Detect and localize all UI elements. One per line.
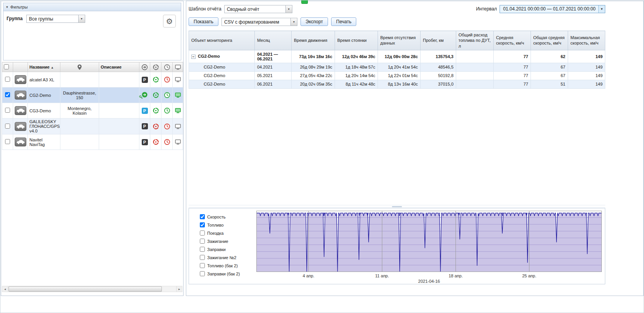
- vehicle-row[interactable]: alcatel A3 XL P: [2, 72, 183, 88]
- print-button[interactable]: Печать: [331, 17, 356, 26]
- vehicle-row[interactable]: CG2-Demo Dauphinestrasse, 150: [2, 88, 183, 103]
- horizontal-scrollbar[interactable]: ◄ ►: [2, 286, 182, 292]
- fuel-cell: [456, 71, 494, 80]
- vehicle-checkbox[interactable]: [5, 92, 10, 97]
- chart-x-tick: 4 апр.: [302, 273, 314, 278]
- vehicle-location: Dauphinestrasse, 150: [60, 88, 99, 103]
- month-cell: 06.2021: [255, 80, 292, 88]
- interval-field[interactable]: 01.04.2021 00:00:00 — 01.07.2021 00:00:0…: [500, 5, 605, 13]
- connection-state-icon: [153, 64, 159, 71]
- filters-body: Группа Все группы ▼ ⚙: [3, 11, 181, 60]
- horizontal-splitter[interactable]: [189, 205, 605, 208]
- template-label: Шаблон отчёта: [189, 6, 222, 12]
- moving-time-cell: 27д 05ч 43м 22с: [292, 71, 335, 80]
- panel-collapse-handle[interactable]: [301, 0, 308, 4]
- max-speed-cell: 149: [568, 71, 605, 80]
- show-button[interactable]: Показать: [189, 17, 218, 26]
- vehicle-location: Montenegro, Kolasin: [60, 103, 99, 119]
- vehicle-name: Navitel NaviTag: [28, 134, 60, 150]
- mileage-cell: 48546,5: [421, 63, 456, 71]
- vehicle-row[interactable]: GALILEOSKY ГЛОНАСС/GPS v4.0 P: [2, 119, 183, 134]
- legend-label: Топливо (бак 2): [207, 263, 238, 268]
- legend-item[interactable]: Скорость: [200, 213, 256, 221]
- clock-icon: [164, 64, 170, 71]
- offline-icon: [175, 76, 181, 83]
- parking-time-cell: 1д 20ч 14м 54с: [335, 71, 378, 80]
- overall-avg-speed-cell: 67: [531, 71, 568, 80]
- month-cell: 04.2021: [255, 63, 292, 71]
- moving-time-cell: 73д 16ч 18м 16с: [292, 50, 335, 63]
- collapse-expander-icon[interactable]: −: [191, 55, 196, 59]
- legend-checkbox[interactable]: [200, 222, 205, 227]
- legend-item[interactable]: Зажигание №2: [200, 253, 256, 261]
- group-select[interactable]: Все группы ▼: [26, 15, 85, 23]
- vehicle-description: [99, 134, 139, 150]
- vehicle-checkbox[interactable]: [5, 77, 10, 82]
- vehicle-row[interactable]: CG3-Demo Montenegro, Kolasin P: [2, 103, 183, 119]
- column-header: Пробег, км: [421, 31, 456, 50]
- vehicle-table-header-row: Название▲ Описание: [2, 62, 183, 72]
- vehicle-description: [99, 103, 139, 119]
- filters-header[interactable]: ▾ Фильтры: [3, 3, 181, 11]
- legend-item[interactable]: Заправки (бак 2): [200, 270, 256, 278]
- legend-checkbox[interactable]: [200, 214, 205, 219]
- legend-item[interactable]: Зажигание: [200, 237, 256, 245]
- chart-plot[interactable]: 4 апр.11 апр.18 апр.25 апр. 2021-04-16: [256, 208, 605, 284]
- scrollbar-thumb[interactable]: [9, 286, 162, 292]
- column-header: Месяц: [255, 31, 292, 50]
- collapse-arrow-icon: ▾: [6, 5, 8, 9]
- export-format-value: CSV с форматированием: [222, 18, 290, 26]
- data-age-ok-icon: [164, 107, 170, 114]
- legend-item[interactable]: Топливо: [200, 221, 256, 229]
- vehicle-name: alcatel A3 XL: [28, 72, 60, 88]
- filters-box: ▾ Фильтры Группа Все группы ▼ ⚙: [3, 3, 181, 60]
- template-select[interactable]: Сводный отчёт ▼: [224, 5, 292, 13]
- chevron-down-icon: ▼: [78, 15, 85, 22]
- select-all-checkbox[interactable]: [4, 64, 9, 69]
- avg-speed-cell: 77: [494, 71, 531, 80]
- scroll-left-button[interactable]: ◄: [2, 286, 8, 292]
- name-column-header[interactable]: Название▲: [28, 62, 60, 72]
- monitoring-app: ▾ Фильтры Группа Все группы ▼ ⚙: [0, 0, 644, 313]
- vehicle-checkbox[interactable]: [5, 124, 10, 129]
- legend-item[interactable]: Поездка: [200, 229, 256, 237]
- no-data-time-cell: 8д 13ч 16м 40с: [378, 80, 421, 88]
- location-pin-icon: [76, 64, 83, 71]
- legend-checkbox[interactable]: [200, 230, 205, 236]
- legend-item[interactable]: Топливо (бак 2): [200, 261, 256, 270]
- vehicle-icon: [15, 122, 26, 131]
- export-button[interactable]: Экспорт: [301, 17, 328, 26]
- settings-button[interactable]: ⚙: [163, 15, 176, 28]
- data-age-ok-icon: [164, 92, 170, 98]
- legend-checkbox[interactable]: [200, 255, 205, 260]
- moving-ignition-icon: [141, 91, 148, 98]
- report-panel: Шаблон отчёта Сводный отчёт ▼ Интервал 0…: [186, 1, 644, 296]
- vehicle-row[interactable]: Navitel NaviTag P: [2, 134, 183, 150]
- chart-x-tick: 18 апр.: [448, 273, 463, 278]
- object-cell: CG2-Demo: [189, 71, 255, 80]
- vehicle-checkbox[interactable]: [5, 139, 10, 144]
- parking-status-icon: P: [142, 77, 148, 83]
- connection-lost-icon: [153, 123, 159, 130]
- units-panel: ▾ Фильтры Группа Все группы ▼ ⚙: [1, 1, 184, 296]
- object-cell: CG2-Demo: [189, 63, 255, 71]
- legend-checkbox[interactable]: [200, 263, 205, 268]
- scroll-right-button[interactable]: ►: [176, 286, 182, 292]
- vehicle-checkbox[interactable]: [5, 108, 10, 113]
- max-speed-cell: 149: [568, 50, 605, 63]
- legend-checkbox[interactable]: [200, 247, 205, 252]
- report-table-area: Объект мониторинга Месяц Время движения …: [189, 31, 605, 205]
- location-column-header: [60, 62, 99, 72]
- motion-state-icon: [141, 64, 148, 71]
- mileage-cell: 50192,8: [421, 71, 456, 80]
- legend-checkbox[interactable]: [200, 271, 205, 276]
- interval-value: 01.04.2021 00:00:00 — 01.07.2021 00:00:0…: [503, 6, 596, 12]
- vehicle-location: [60, 72, 99, 88]
- interval-dropdown-icon[interactable]: ▼: [598, 5, 605, 13]
- data-age-old-icon: [164, 123, 170, 130]
- gear-icon: ⚙: [166, 17, 173, 26]
- speed-chart: [256, 211, 602, 272]
- legend-checkbox[interactable]: [200, 239, 205, 244]
- export-format-select[interactable]: CSV с форматированием ▼: [222, 18, 297, 26]
- legend-item[interactable]: Заправки: [200, 245, 256, 253]
